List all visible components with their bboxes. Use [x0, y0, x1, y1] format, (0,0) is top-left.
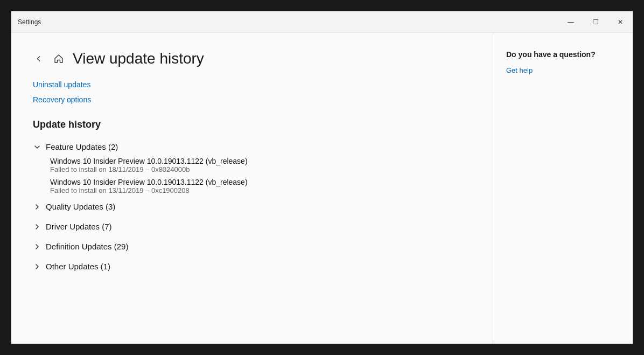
quality-updates-label: Quality Updates (3)	[46, 202, 115, 211]
back-button[interactable]	[33, 53, 45, 65]
feature-update-name-1: Windows 10 Insider Preview 10.0.19013.11…	[50, 157, 471, 165]
feature-update-status-1: Failed to install on 18/11/2019 – 0x8024…	[50, 165, 471, 173]
definition-updates-chevron	[33, 242, 41, 251]
home-icon-wrapper	[53, 53, 64, 64]
section-title: Update history	[33, 119, 471, 130]
feature-updates-chevron	[33, 143, 41, 151]
main-area: View update history Uninstall updates Re…	[11, 33, 493, 344]
feature-updates-label: Feature Updates (2)	[46, 142, 118, 151]
recovery-options-link[interactable]: Recovery options	[33, 95, 471, 104]
definition-updates-label: Definition Updates (29)	[46, 242, 128, 251]
get-help-link[interactable]: Get help	[506, 66, 533, 74]
page-title: View update history	[73, 50, 204, 67]
content-area: View update history Uninstall updates Re…	[11, 33, 633, 344]
close-button[interactable]: ✕	[608, 11, 633, 33]
quality-updates-chevron	[33, 203, 41, 211]
driver-updates-category: Driver Updates (7)	[33, 219, 471, 234]
titlebar-left: Settings	[18, 18, 41, 26]
titlebar-controls: — ❐ ✕	[558, 11, 633, 33]
maximize-button[interactable]: ❐	[583, 11, 608, 33]
update-history-section: Update history Feature Updates (2) W	[33, 119, 471, 274]
titlebar-title: Settings	[18, 18, 41, 26]
feature-updates-header[interactable]: Feature Updates (2)	[33, 139, 471, 155]
other-updates-header[interactable]: Other Updates (1)	[33, 259, 471, 274]
feature-update-name-2: Windows 10 Insider Preview 10.0.19013.11…	[50, 178, 471, 186]
help-title: Do you have a question?	[506, 50, 620, 59]
driver-updates-label: Driver Updates (7)	[46, 222, 112, 231]
quality-updates-category: Quality Updates (3)	[33, 199, 471, 214]
minimize-button[interactable]: —	[558, 11, 583, 33]
right-sidebar: Do you have a question? Get help	[493, 33, 633, 344]
settings-window: Settings — ❐ ✕ View upd	[11, 11, 633, 344]
titlebar: Settings — ❐ ✕	[11, 11, 633, 33]
feature-update-item-2: Windows 10 Insider Preview 10.0.19013.11…	[50, 178, 471, 194]
quality-updates-header[interactable]: Quality Updates (3)	[33, 199, 471, 214]
other-updates-category: Other Updates (1)	[33, 259, 471, 274]
other-updates-label: Other Updates (1)	[46, 262, 110, 271]
definition-updates-header[interactable]: Definition Updates (29)	[33, 239, 471, 254]
definition-updates-category: Definition Updates (29)	[33, 239, 471, 254]
feature-updates-content: Windows 10 Insider Preview 10.0.19013.11…	[33, 157, 471, 194]
back-icon	[35, 55, 43, 62]
feature-update-item-1: Windows 10 Insider Preview 10.0.19013.11…	[50, 157, 471, 173]
uninstall-updates-link[interactable]: Uninstall updates	[33, 80, 471, 89]
feature-updates-category: Feature Updates (2) Windows 10 Insider P…	[33, 139, 471, 194]
driver-updates-header[interactable]: Driver Updates (7)	[33, 219, 471, 234]
home-icon	[53, 53, 64, 64]
links-section: Uninstall updates Recovery options	[33, 80, 471, 104]
driver-updates-chevron	[33, 222, 41, 231]
feature-update-status-2: Failed to install on 13/11/2019 – 0xc190…	[50, 186, 471, 194]
page-header: View update history	[33, 50, 471, 67]
other-updates-chevron	[33, 262, 41, 271]
